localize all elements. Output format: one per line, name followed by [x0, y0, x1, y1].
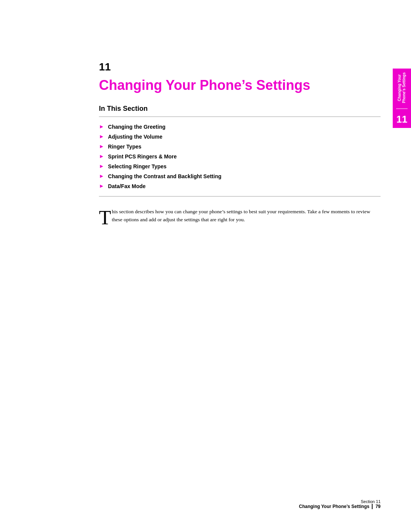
footer: Section 11 Changing Your Phone’s Setting… — [299, 499, 381, 509]
footer-title: Changing Your Phone’s Settings — [299, 504, 370, 509]
list-item: ► Changing the Contrast and Backlight Se… — [99, 173, 381, 179]
footer-row: Changing Your Phone’s Settings 79 — [299, 504, 381, 509]
arrow-icon: ► — [99, 153, 104, 160]
chapter-title: Changing Your Phone’s Settings — [99, 77, 381, 93]
arrow-icon: ► — [99, 124, 104, 130]
section-header: In This Section — [99, 105, 381, 113]
toc-label: Changing the Greeting — [108, 124, 166, 130]
main-content: 11 Changing Your Phone’s Settings In Thi… — [0, 0, 411, 247]
toc-label: Ringer Types — [108, 144, 142, 150]
footer-page-number: 79 — [372, 504, 381, 509]
arrow-icon: ► — [99, 183, 104, 189]
toc-label: Sprint PCS Ringers & More — [108, 153, 177, 160]
side-tab-text: Changing YourPhone's Settings — [397, 72, 406, 103]
toc-label: Changing the Contrast and Backlight Sett… — [108, 173, 221, 179]
arrow-icon: ► — [99, 173, 104, 179]
arrow-icon: ► — [99, 163, 104, 169]
list-item: ► Selecting Ringer Types — [99, 163, 381, 169]
arrow-icon: ► — [99, 134, 104, 140]
top-divider — [99, 117, 381, 117]
list-item: ► Data/Fax Mode — [99, 183, 381, 189]
page-container: Changing YourPhone's Settings 11 11 Chan… — [0, 0, 411, 532]
list-item: ► Sprint PCS Ringers & More — [99, 153, 381, 160]
toc-list: ► Changing the Greeting ► Adjusting the … — [99, 124, 381, 189]
body-paragraph: This section describes how you can chang… — [99, 208, 381, 224]
list-item: ► Changing the Greeting — [99, 124, 381, 130]
side-tab: Changing YourPhone's Settings 11 — [393, 69, 411, 128]
toc-label: Data/Fax Mode — [108, 183, 146, 189]
list-item: ► Ringer Types — [99, 144, 381, 150]
side-tab-divider — [396, 109, 408, 109]
footer-section-label: Section 11 — [299, 499, 381, 504]
toc-label: Selecting Ringer Types — [108, 163, 167, 169]
drop-cap: T — [99, 209, 111, 226]
toc-label: Adjusting the Volume — [108, 134, 162, 140]
bottom-divider — [99, 196, 381, 197]
body-text-section: This section describes how you can chang… — [99, 208, 381, 224]
body-text-content: his section describes how you can change… — [112, 209, 370, 222]
chapter-number: 11 — [99, 61, 381, 73]
list-item: ► Adjusting the Volume — [99, 134, 381, 140]
arrow-icon: ► — [99, 144, 104, 150]
side-tab-number: 11 — [397, 114, 408, 124]
